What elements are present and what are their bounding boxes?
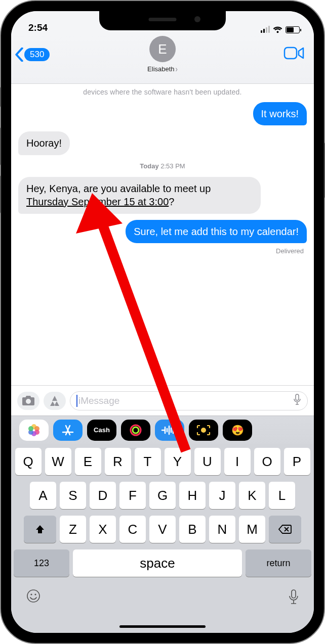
photos-app-icon[interactable] bbox=[19, 420, 49, 441]
device-frame: 2:54 530 E Elisabeth › bbox=[0, 0, 325, 644]
key-i[interactable]: I bbox=[224, 448, 251, 475]
svg-point-10 bbox=[201, 428, 206, 433]
wifi-icon bbox=[273, 26, 282, 33]
chevron-right-icon: › bbox=[176, 64, 178, 74]
message-placeholder: iMessage bbox=[78, 395, 293, 406]
app-strip[interactable]: Cash 😍 bbox=[11, 416, 314, 444]
compose-bar: iMessage bbox=[11, 385, 314, 416]
svg-rect-14 bbox=[292, 590, 296, 598]
truncated-message: devices where the software hasn't been u… bbox=[18, 88, 307, 102]
notch bbox=[99, 11, 226, 30]
key-v[interactable]: V bbox=[149, 516, 176, 543]
key-a[interactable]: A bbox=[30, 482, 56, 509]
key-g[interactable]: G bbox=[149, 482, 176, 509]
text-cursor bbox=[76, 395, 77, 407]
volume-up-button bbox=[0, 127, 1, 165]
delivered-label: Delivered bbox=[18, 247, 304, 255]
emoji-button[interactable] bbox=[26, 588, 41, 607]
svg-rect-1 bbox=[296, 394, 299, 400]
fitness-app-icon[interactable] bbox=[121, 420, 150, 441]
volume-down-button bbox=[0, 175, 1, 213]
detected-date-link[interactable]: Thursday September 15 at 3:00 bbox=[26, 196, 169, 207]
key-u[interactable]: U bbox=[194, 448, 221, 475]
keyboard[interactable]: QWERTYUIOP ASDFGHJKL ZXCVBNM 123 space r… bbox=[11, 444, 314, 633]
contact-name-label: Elisabeth bbox=[147, 65, 174, 73]
sent-message[interactable]: Sure, let me add this to my calendar! bbox=[126, 220, 307, 243]
facetime-button[interactable] bbox=[283, 45, 305, 63]
key-z[interactable]: Z bbox=[60, 516, 86, 543]
camera-button[interactable] bbox=[17, 392, 39, 410]
key-c[interactable]: C bbox=[119, 516, 146, 543]
key-b[interactable]: B bbox=[179, 516, 206, 543]
svg-rect-0 bbox=[285, 48, 297, 59]
svg-point-13 bbox=[34, 593, 36, 595]
space-key[interactable]: space bbox=[73, 549, 242, 577]
key-j[interactable]: J bbox=[209, 482, 235, 509]
svg-point-9 bbox=[133, 427, 139, 433]
message-text: ? bbox=[169, 196, 174, 207]
screen: 2:54 530 E Elisabeth › bbox=[9, 9, 316, 635]
timestamp: Today 2:53 PM bbox=[18, 162, 307, 170]
home-indicator[interactable] bbox=[119, 625, 206, 628]
key-x[interactable]: X bbox=[90, 516, 116, 543]
conversation[interactable]: devices where the software hasn't been u… bbox=[11, 84, 314, 385]
battery-icon bbox=[286, 26, 300, 33]
key-e[interactable]: E bbox=[75, 448, 101, 475]
applecash-app-icon[interactable]: Cash bbox=[87, 420, 116, 441]
apps-button[interactable] bbox=[44, 392, 66, 410]
sent-message[interactable]: It works! bbox=[253, 102, 307, 125]
message-text: Hey, Kenya, are you available to meet up bbox=[26, 183, 211, 194]
backspace-key[interactable] bbox=[269, 516, 301, 543]
key-f[interactable]: F bbox=[119, 482, 146, 509]
key-y[interactable]: Y bbox=[165, 448, 191, 475]
back-button[interactable]: 530 bbox=[15, 48, 50, 62]
keyboard-row-4: 123 space return bbox=[14, 549, 311, 577]
keyboard-row-1: QWERTYUIOP bbox=[14, 448, 311, 475]
dictation-button[interactable] bbox=[288, 589, 299, 607]
key-q[interactable]: Q bbox=[15, 448, 42, 475]
conversation-header: 530 E Elisabeth › bbox=[11, 33, 314, 84]
key-t[interactable]: T bbox=[135, 448, 161, 475]
received-message[interactable]: Hey, Kenya, are you available to meet up… bbox=[18, 177, 261, 214]
svg-point-7 bbox=[28, 426, 33, 431]
key-k[interactable]: K bbox=[239, 482, 265, 509]
camera-effects-app-icon[interactable] bbox=[189, 420, 218, 441]
key-p[interactable]: P bbox=[284, 448, 310, 475]
key-r[interactable]: R bbox=[105, 448, 131, 475]
return-key[interactable]: return bbox=[246, 549, 311, 577]
memoji-app-icon[interactable]: 😍 bbox=[223, 420, 252, 441]
shift-key[interactable] bbox=[24, 516, 56, 543]
key-n[interactable]: N bbox=[209, 516, 235, 543]
received-message[interactable]: Hooray! bbox=[18, 131, 70, 155]
svg-point-11 bbox=[27, 590, 39, 602]
key-l[interactable]: L bbox=[269, 482, 295, 509]
avatar: E bbox=[149, 36, 176, 62]
numbers-key[interactable]: 123 bbox=[14, 549, 69, 577]
keyboard-row-3: ZXCVBNM bbox=[14, 516, 311, 543]
key-h[interactable]: H bbox=[179, 482, 206, 509]
key-m[interactable]: M bbox=[239, 516, 265, 543]
status-time: 2:54 bbox=[28, 22, 48, 33]
dictate-button[interactable] bbox=[293, 394, 301, 407]
unread-badge: 530 bbox=[24, 48, 50, 61]
key-d[interactable]: D bbox=[90, 482, 116, 509]
cellular-icon bbox=[261, 27, 270, 33]
key-s[interactable]: S bbox=[60, 482, 86, 509]
silent-switch bbox=[0, 87, 1, 107]
keyboard-row-2: ASDFGHJKL bbox=[14, 482, 311, 509]
key-w[interactable]: W bbox=[45, 448, 71, 475]
appstore-app-icon[interactable] bbox=[53, 420, 83, 441]
audio-app-icon[interactable] bbox=[155, 420, 184, 441]
contact-button[interactable]: E Elisabeth › bbox=[147, 36, 178, 73]
message-input[interactable]: iMessage bbox=[70, 391, 308, 410]
key-o[interactable]: O bbox=[254, 448, 280, 475]
svg-point-12 bbox=[30, 593, 32, 595]
